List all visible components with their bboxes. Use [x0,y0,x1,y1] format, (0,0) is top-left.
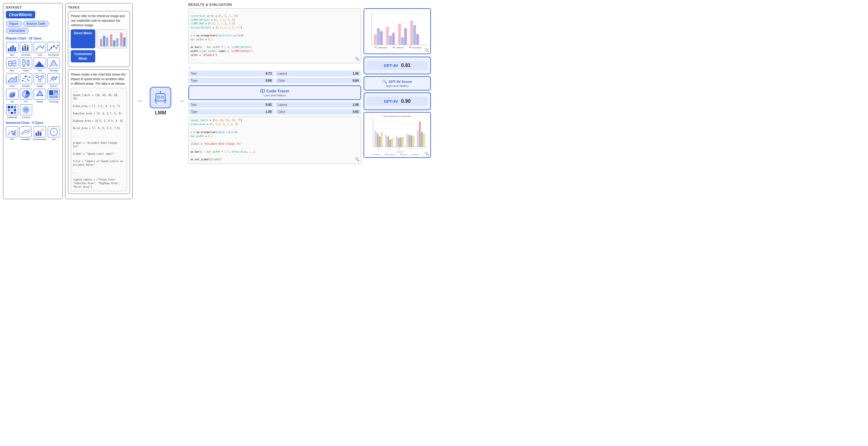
arrow-lmm-to-results: → [177,3,186,199]
metric-color-label-bottom: Color [278,110,285,113]
svg-rect-126 [413,25,416,45]
svg-text:?: ? [53,131,55,134]
svg-rect-91 [100,39,102,46]
results-row: ... constraint_words = [3, 5, 7, 10] LLA… [188,8,431,166]
chart-item-heatmap: Heatmap [6,104,19,119]
svg-point-101 [161,96,163,99]
svg-rect-95 [113,40,116,46]
svg-text:Vicuna-Default: Vicuna-Default [412,47,422,48]
svg-rect-142 [375,130,376,147]
chart-label-pip: PIP [10,138,14,141]
chart-item-area: Area [6,73,19,88]
svg-rect-87 [38,132,39,136]
svg-rect-145 [381,132,383,147]
chart-icon-line [34,42,46,53]
metric-type-value-top: 0.86 [266,79,272,82]
gpt4v-score-row-2: GPT-4V 0.90 [367,97,428,106]
svg-rect-121 [392,33,395,45]
svg-rect-116 [374,34,377,45]
gpt4v-name-2: GPT-4V [384,99,398,104]
main-container: DATASET ChartMimic Figure Source Code In… [0,0,434,202]
svg-rect-152 [400,137,402,147]
metric-color-label-top: Color [278,79,285,82]
svg-text:LLAMA Default: LLAMA Default [377,47,387,48]
metric-text-label-top: Text [191,72,196,75]
metric-type-label-top: Type [191,79,197,82]
chart-icon-radar [34,89,46,100]
task-prompt1: Please refer to the reference image and … [71,14,127,28]
svg-point-13 [49,49,50,51]
tab-figure[interactable]: Figure [6,21,22,27]
mimic-section-customized: Customized Mimic [71,50,127,62]
metric-type-value-bottom: 1.00 [266,110,272,113]
dataset-label: DATASET [6,6,60,9]
svg-rect-34 [38,62,40,67]
chart-label-scatter: Scatter [22,85,30,88]
svg-rect-161 [423,133,425,147]
tab-source-code[interactable]: Source Code [23,21,49,27]
chart-icon-hist [34,58,46,69]
chart-item-pip: PIP [6,126,18,141]
chart-icon-3d [6,89,19,100]
tab-instruction[interactable]: Instruction [6,28,29,34]
chart-label-pie: Pie [24,100,28,103]
svg-rect-154 [406,134,408,147]
arrow-to-metrics: ↓ [188,65,361,69]
svg-point-47 [41,75,44,78]
chart-icon-pie [20,89,32,100]
chart-preview-bottom: Impact of Speed Limits on Accident Rates [364,112,431,158]
chart-icon-multidiff [19,126,32,137]
svg-point-19 [57,45,59,46]
results-left: ... constraint_words = [3, 5, 7, 10] LLA… [188,8,361,166]
svg-rect-0 [8,48,9,52]
svg-text:Speed Limit: Speed Limit [397,151,404,152]
task-box-top: Please refer to the reference image and … [68,11,130,67]
svg-rect-144 [379,136,381,147]
svg-rect-70 [8,106,10,108]
chart-icon-contour [20,104,32,115]
svg-rect-1 [10,46,12,52]
chart-item-density: Density [48,58,60,72]
chart-label-hist: Hist [38,69,42,72]
svg-rect-37 [43,66,44,67]
svg-rect-74 [11,109,13,111]
svg-rect-147 [387,136,389,147]
chart-item-contour: Contour [20,104,32,119]
direct-mimic-btn[interactable]: Direct Mimic [71,29,95,48]
svg-rect-117 [377,28,380,45]
code-tracer-icon: ⟨{⟩ [260,89,265,93]
gpt4v-scorer-subtitle: High-Level Metrics [367,84,428,88]
code-tracer-title: ⟨{⟩ Code Tracer [191,89,358,93]
zoom-icon-1[interactable]: 🔍 [355,56,360,62]
code-result-box-1: ... constraint_words = [3, 5, 7, 10] LLA… [188,8,361,63]
customized-mimic-btn[interactable]: Customized Mimic [71,50,95,62]
svg-rect-143 [377,133,378,147]
svg-point-48 [39,79,41,82]
svg-rect-94 [110,34,113,46]
zoom-icon-2[interactable]: 🔍 [355,157,360,163]
chartmimic-badge: ChartMimic [6,11,35,19]
chart-item-errorbar: Errorbar [20,42,32,56]
chart-icon-treemap [48,89,60,100]
svg-rect-127 [416,34,419,45]
chart-label-density: Density [50,69,58,72]
results-label: RESULTS & EVALUATION [188,3,431,6]
svg-rect-174 [411,153,412,155]
chart-icon-bar [6,42,19,53]
task-prompt2: Please create a bar chart that shows the… [71,72,127,86]
svg-rect-157 [412,136,414,147]
svg-text:Highway: Highway [402,154,407,156]
svg-rect-146 [385,135,387,147]
metric-color-bottom: Color 0.92 [275,109,361,115]
chart-item-errorpoint: Errorpoint [48,42,60,56]
svg-point-40 [23,78,25,79]
svg-rect-36 [41,65,43,67]
chart-label-multidiff: Multidiff [21,138,29,141]
gpt4v-scorer-box-main: 🔍 GPT-4V Scorer High-Level Metrics [364,76,431,91]
task-box-bottom: Please create a bar chart that shows the… [68,69,130,194]
zoom-icon-top[interactable]: 🔍 [425,48,429,52]
svg-rect-10 [27,47,29,51]
code-result-box-2: speed_limits = [30, 40, 50, 60, 70] Urba… [188,116,361,164]
zoom-icon-bottom[interactable]: 🔍 [425,152,429,156]
metric-layout-top: Layout 1.00 [275,71,361,76]
